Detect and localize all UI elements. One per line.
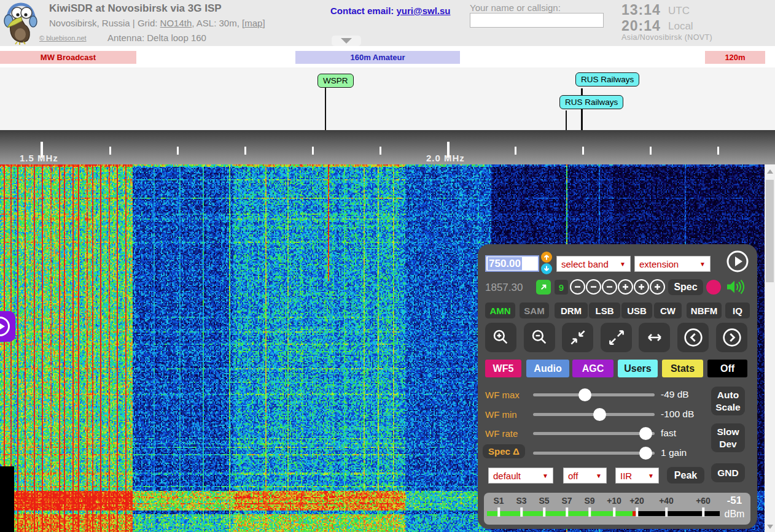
location-line: Novosibirsk, Russia | Grid: NO14th, ASL:… [49,18,265,28]
dropdown-arrow-icon: ▼ [542,472,548,479]
scale-tick [380,147,381,155]
kiwi-bird-logo [1,1,41,45]
s-meter-tick-label: +60 [696,496,711,506]
slow-dev-line2: Dev [719,438,736,450]
mute-button[interactable] [726,279,744,295]
panel-open-tab[interactable] [0,311,15,342]
spec-delta-button[interactable]: Spec Δ [483,444,525,458]
option-select-value: off [568,471,578,481]
s-meter: S1 S3 S5 S7 S9 +10 +20 +40 +60 -51 dBm [484,493,750,525]
frequency-scale[interactable]: 1.5 MHz 2.0 MHz [0,130,775,164]
arrows-inward-icon [569,328,587,347]
mode-button-amn[interactable]: AMN [485,303,515,318]
frequency-up-button[interactable] [541,252,552,263]
spec-gain-slider-thumb[interactable] [639,447,652,460]
scrollbar-up-button[interactable] [765,167,775,175]
auto-scale-button[interactable]: Auto Scale [711,387,745,415]
map-link[interactable]: map [244,18,262,28]
zoom-out-button[interactable] [524,323,555,352]
external-link-icon [539,282,548,292]
zoom-in-button-1[interactable] [618,279,633,295]
dx-label-rus-railways-1[interactable]: RUS Railways [575,72,639,87]
scrollbar-down-button[interactable] [765,522,775,531]
scale-tick [650,147,652,155]
zoom-out-button-2[interactable] [586,279,601,295]
zoom-to-band-button[interactable] [562,323,593,352]
mode-button-nbfm[interactable]: NBFM [687,303,722,318]
colormap-select-dropdown[interactable]: default ▼ [488,468,553,484]
arrows-outward-icon [607,328,626,347]
contact-email-link[interactable]: yuri@swl.su [397,6,451,16]
dx-label-rus-railways-2[interactable]: RUS Railways [559,95,623,109]
zoom-in-button-2[interactable] [634,279,649,295]
tab-wf5[interactable]: WF5 [485,360,521,377]
zoom-in-button[interactable] [485,323,516,352]
wf-rate-slider-thumb[interactable] [639,427,652,440]
wf-max-slider-thumb[interactable] [578,388,591,401]
passband-width-button[interactable] [639,323,670,352]
spec-button[interactable]: Spec [668,279,703,295]
extension-select-dropdown[interactable]: extension ▼ [634,256,711,272]
scrollbar-thumb[interactable] [766,180,774,282]
mode-button-sam[interactable]: SAM [520,303,549,318]
filter-select-dropdown[interactable]: IIR ▼ [615,468,659,484]
zoom-out-button-3[interactable] [602,279,617,295]
mode-button-usb[interactable]: USB [621,303,652,318]
wf-max-value: -49 dB [661,389,689,400]
s-meter-tick-label: +20 [629,496,644,506]
frequency-display: 1857.30 [485,282,523,294]
zoom-level-badge: 9 [555,280,568,295]
band-120m[interactable]: 120m [705,51,765,64]
tab-audio[interactable]: Audio [526,360,569,377]
dx-marker-line [325,88,326,130]
peak-button[interactable]: Peak [667,467,704,484]
tab-off[interactable]: Off [707,360,747,377]
tab-stats[interactable]: Stats [662,360,703,377]
s-meter-tick-label: S1 [493,496,504,506]
grid-link[interactable]: NO14th [160,18,192,28]
zoom-out-button-1[interactable] [570,279,585,295]
copyright-link[interactable]: © bluebison.net [39,34,87,42]
record-button[interactable] [706,280,721,295]
s-meter-tick [588,507,591,517]
wf-min-slider-thumb[interactable] [593,408,606,421]
mode-button-iq[interactable]: IQ [725,303,750,318]
option-select-dropdown[interactable]: off ▼ [563,468,607,484]
zoom-in-button-3[interactable] [650,279,665,295]
play-icon [726,250,749,273]
callsign-input[interactable] [470,13,604,28]
wf-max-slider[interactable] [533,393,655,396]
s-meter-tick [702,507,704,517]
mode-button-lsb[interactable]: LSB [589,303,620,318]
band-mw-broadcast[interactable]: MW Broadcast [0,51,136,64]
wf-rate-slider[interactable] [533,432,655,435]
tab-agc[interactable]: AGC [572,360,613,377]
mode-button-cw[interactable]: CW [654,303,682,318]
wf-min-slider[interactable] [533,413,655,416]
gnd-button[interactable]: GND [711,463,745,482]
slow-dev-button[interactable]: Slow Dev [711,423,745,452]
s-meter-tick [520,507,523,517]
dx-label-wspr[interactable]: WSPR [317,74,354,88]
s-meter-unit: dBm [720,509,749,520]
frequency-input[interactable]: 750.00 [485,255,539,272]
header-collapse-tab[interactable] [332,36,361,46]
band-160m-amateur[interactable]: 160m Amateur [295,51,460,64]
band-select-dropdown[interactable]: select band ▼ [556,256,631,272]
tab-users[interactable]: Users [618,360,658,377]
frequency-down-button[interactable] [541,263,552,274]
colormap-select-value: default [493,471,521,481]
spec-gain-slider[interactable] [533,452,655,455]
waterfall-scrollbar [765,164,775,532]
wf-rate-label: WF rate [485,428,518,439]
mode-button-drm[interactable]: DRM [555,303,588,318]
page-left-button[interactable] [677,323,709,352]
plus-circle-icon [621,283,629,291]
chevron-down-icon [341,38,352,44]
scale-label-right: 2.0 MHz [426,153,465,163]
page-right-button[interactable] [716,323,747,352]
play-button[interactable] [726,250,749,273]
s-meter-tick-label: +10 [607,496,621,506]
link-button[interactable] [536,280,551,295]
zoom-full-button[interactable] [601,323,632,352]
